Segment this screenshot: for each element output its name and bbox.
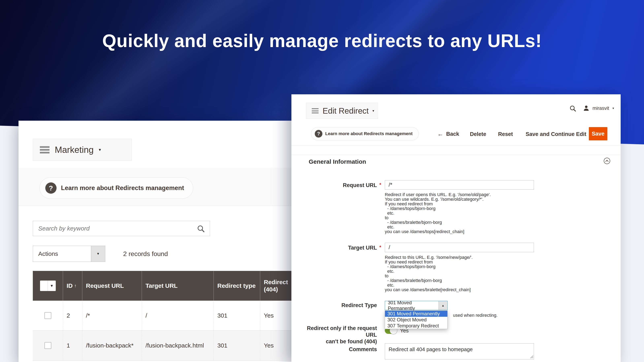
marketing-menu-button[interactable]: Marketing ▼ — [33, 139, 132, 161]
checkbox-area[interactable] — [40, 281, 48, 291]
column-header-request-url[interactable]: Request URL — [82, 271, 142, 301]
cell-redirect-404: Yes — [260, 331, 294, 361]
redirect-type-help: used when redirecting. — [453, 313, 498, 318]
actions-dropdown[interactable]: Actions ▼ — [33, 246, 105, 262]
option-301[interactable]: 301 Moved Permanently — [385, 311, 448, 317]
cell-id: 2 — [63, 301, 82, 331]
required-asterisk: * — [379, 245, 381, 250]
username-text: mirasvit — [592, 105, 609, 111]
select-all-checkbox[interactable]: ▼ — [40, 281, 56, 291]
table-row[interactable]: 2 /* / 301 Yes — [33, 301, 294, 331]
column-header-redirect-type[interactable]: Redirect type — [214, 271, 260, 301]
toolbar-divider — [292, 145, 621, 145]
page: Quickly and easily manage redirects to a… — [0, 0, 644, 362]
row-checkbox[interactable] — [44, 312, 51, 319]
delete-button[interactable]: Delete — [470, 131, 486, 137]
sort-ascending-icon: ↑ — [74, 282, 76, 289]
chevron-down-icon: ▼ — [612, 107, 614, 110]
arrow-left-icon: ← — [437, 130, 443, 137]
edit-redirect-menu-button[interactable]: Edit Redirect ▼ — [306, 103, 378, 119]
marketing-menu-label: Marketing — [55, 145, 94, 155]
hero-headline: Quickly and easily manage redirects to a… — [0, 30, 644, 51]
redirects-grid-panel: Marketing ▼ ? Learn more about Redirects… — [18, 121, 294, 362]
save-button[interactable]: Save — [589, 127, 607, 140]
cell-target-url: /fusion-backpack.html — [142, 331, 214, 361]
question-mark-icon: ? — [315, 130, 322, 138]
keyword-search-box — [33, 221, 210, 236]
learn-more-button[interactable]: ? Learn more about Redirects management — [40, 177, 193, 199]
search-input[interactable] — [33, 221, 210, 236]
table-row[interactable]: 1 /fusion-backpack* /fusion-backpack.htm… — [33, 331, 294, 361]
cell-request-url: /* — [82, 301, 142, 331]
cell-redirect-type: 301 — [214, 301, 260, 331]
request-url-input[interactable] — [385, 180, 534, 190]
target-url-help: Redirect to this URL. E.g. '/some/new/pa… — [385, 255, 472, 292]
target-url-label: Target URL — [316, 245, 377, 251]
collapse-section-icon[interactable] — [604, 157, 610, 164]
user-icon — [583, 105, 590, 112]
cell-target-url: / — [142, 301, 214, 331]
chevron-down-icon: ▼ — [50, 282, 54, 289]
question-mark-icon: ? — [45, 182, 56, 194]
comments-label: Comments — [316, 346, 377, 353]
target-url-input[interactable] — [385, 243, 534, 252]
chevron-down-icon: ▼ — [98, 148, 102, 152]
back-button[interactable]: ← Back — [437, 130, 459, 137]
option-307[interactable]: 307 Temporary Redirect — [385, 323, 448, 329]
request-url-label: Request URL — [316, 182, 377, 189]
select-caret-button[interactable]: ▲ — [438, 301, 448, 310]
option-302[interactable]: 302 Object Moved — [385, 317, 448, 323]
comments-textarea[interactable]: Redirect all 404 pages to homepage — [385, 343, 534, 360]
learn-more-button[interactable]: ? Learn more about Redirects management — [311, 127, 419, 140]
actions-label: Actions — [33, 250, 58, 257]
save-and-continue-button[interactable]: Save and Continue Edit — [526, 131, 586, 137]
required-asterisk: * — [379, 182, 381, 188]
redirect-type-options: 301 Moved Permanently 302 Object Moved 3… — [385, 311, 448, 329]
chevron-down-icon: ▼ — [372, 109, 375, 112]
redirect-type-value: 301 Moved Permanently — [385, 300, 438, 311]
section-divider — [292, 155, 621, 155]
select-all-cell: ▼ — [33, 271, 63, 301]
learn-more-label: Learn more about Redirects management — [61, 184, 184, 192]
chevron-down-icon: ▼ — [96, 252, 100, 256]
hamburger-icon — [40, 146, 50, 153]
redirects-table: ▼ ID ↑ Request URL Target URL Redirect t… — [33, 271, 294, 361]
chevron-up-icon: ▲ — [442, 304, 444, 307]
cell-request-url: /fusion-backpack* — [82, 331, 142, 361]
redirect-type-label: Redirect Type — [316, 302, 377, 309]
edit-redirect-title: Edit Redirect — [322, 106, 369, 115]
cell-id: 1 — [63, 331, 82, 361]
row-checkbox[interactable] — [44, 342, 51, 349]
edit-redirect-panel: Edit Redirect ▼ mirasvit ▼ ? Learn more … — [292, 94, 621, 362]
table-header-row: ▼ ID ↑ Request URL Target URL Redirect t… — [33, 271, 294, 301]
search-icon[interactable] — [569, 105, 576, 112]
hamburger-icon — [312, 108, 318, 113]
actions-caret-button[interactable]: ▼ — [91, 246, 105, 262]
search-icon[interactable] — [196, 224, 205, 233]
user-account-menu[interactable]: mirasvit ▼ — [583, 105, 614, 112]
select-options-caret[interactable]: ▼ — [48, 281, 56, 291]
request-url-help: Redirect if user opens this URL. E.g. '/… — [385, 192, 491, 234]
learn-more-label: Learn more about Redirects management — [325, 131, 412, 136]
cell-redirect-404: Yes — [260, 301, 294, 331]
column-header-id[interactable]: ID ↑ — [63, 271, 82, 301]
column-header-redirect-404[interactable]: Redirect (404) — [260, 271, 294, 301]
reset-button[interactable]: Reset — [498, 131, 513, 137]
section-title: General Information — [309, 158, 366, 165]
records-found-text: 2 records found — [123, 250, 168, 258]
column-header-target-url[interactable]: Target URL — [142, 271, 214, 301]
redirect-type-select[interactable]: 301 Moved Permanently ▲ — [385, 301, 448, 310]
cell-redirect-type: 301 — [214, 331, 260, 361]
redirect-404-label: Redirect only if the request URL can't b… — [300, 325, 377, 345]
